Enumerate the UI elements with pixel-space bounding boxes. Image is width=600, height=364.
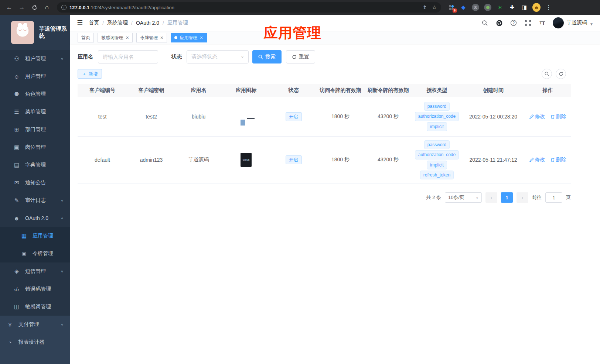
- site-info-icon[interactable]: i: [61, 5, 67, 10]
- breadcrumb-system[interactable]: 系统管理: [107, 20, 128, 26]
- tab-token-manage[interactable]: 令牌管理✕: [136, 33, 167, 42]
- sidebar-item-dict[interactable]: ▤字典管理: [0, 156, 70, 174]
- chevron-down-icon: ∨: [61, 57, 64, 61]
- sidebar-item-sensitive[interactable]: ◫敏感词管理: [0, 298, 70, 316]
- cell-access-validity: 1800 秒: [317, 113, 364, 120]
- hide-search-icon[interactable]: [542, 69, 552, 79]
- sidebar-item-oauth[interactable]: ☻OAuth 2.0∧: [0, 209, 70, 227]
- user-name: 芋道源码: [566, 20, 587, 26]
- edit-link[interactable]: 修改: [529, 113, 545, 120]
- sidebar-item-application[interactable]: ▦应用管理: [0, 227, 70, 245]
- cell-refresh-validity: 43200 秒: [364, 113, 412, 120]
- status-label: 状态: [171, 54, 182, 60]
- role-icon: ⚉: [13, 91, 21, 97]
- breadcrumb: 首页 / 系统管理 / OAuth 2.0 / 应用管理: [89, 20, 188, 26]
- refresh-table-icon[interactable]: [556, 69, 566, 79]
- sidebar-item-token[interactable]: ◉令牌管理: [0, 245, 70, 262]
- font-size-icon[interactable]: TT: [538, 19, 546, 27]
- cell-grant-types: password authorization_code implicit ref…: [412, 140, 462, 180]
- user-icon: ☺: [13, 73, 21, 80]
- errorcode-icon: ‹/›: [13, 286, 21, 292]
- app-name-input[interactable]: [98, 50, 158, 63]
- cell-app-name: 芋道源码: [175, 157, 222, 163]
- browser-toolbar: ← → ⌂ i 127.0.0.1:1024/system/oauth2/oau…: [0, 0, 600, 15]
- cell-client-id: test: [78, 114, 127, 120]
- app-name-label: 应用名: [78, 54, 93, 60]
- breadcrumb-home[interactable]: 首页: [89, 20, 99, 26]
- sidebar-item-label: 字典管理: [25, 162, 46, 168]
- close-icon[interactable]: ✕: [126, 35, 129, 40]
- next-page-button[interactable]: ›: [517, 192, 528, 203]
- total-count: 共 2 条: [426, 194, 441, 201]
- sidebar-item-post[interactable]: ▣岗位管理: [0, 138, 70, 156]
- browser-menu-icon[interactable]: ⋮: [545, 3, 553, 11]
- prev-page-button[interactable]: ‹: [485, 192, 497, 203]
- address-bar[interactable]: i 127.0.0.1:1024/system/oauth2/oauth2/ap…: [57, 2, 441, 13]
- help-icon[interactable]: ?: [509, 19, 518, 27]
- browser-back-icon[interactable]: ←: [4, 2, 15, 13]
- svg-text:?: ?: [512, 21, 515, 25]
- sidebar-item-label: 角色管理: [25, 91, 46, 97]
- sidebar-item-notice[interactable]: ✉通知公告: [0, 174, 70, 192]
- extension-record-icon[interactable]: [484, 3, 492, 11]
- status-select[interactable]: 请选择状态∨: [187, 50, 249, 63]
- extension-puzzle-icon[interactable]: ✚: [508, 3, 516, 11]
- cell-client-id: default: [78, 157, 127, 163]
- tab-home[interactable]: 首页: [78, 33, 94, 42]
- sidebar-item-audit[interactable]: ✎审计日志∨: [0, 192, 70, 209]
- cell-secret: test2: [127, 114, 175, 120]
- status-badge: 开启: [286, 155, 302, 164]
- sidebar-item-role[interactable]: ⚉角色管理: [0, 85, 70, 103]
- tab-application-manage[interactable]: 应用管理✕: [171, 33, 207, 42]
- sidebar-item-dept[interactable]: ⊞部门管理: [0, 121, 70, 138]
- delete-link[interactable]: 删除: [550, 113, 566, 120]
- fullscreen-icon[interactable]: [524, 19, 532, 27]
- applications-table: 客户端编号 客户端密钥 应用名 应用图标 状态 访问令牌的有效期 刷新令牌的有效…: [78, 84, 571, 183]
- app-logo[interactable]: 芋道管理系统: [0, 15, 70, 50]
- extension-tabs-icon[interactable]: 9: [447, 3, 455, 11]
- extension-star-icon[interactable]: ✶: [496, 3, 504, 11]
- split-screen-icon[interactable]: ◨: [520, 3, 528, 11]
- sidebar-item-report[interactable]: ◔报表设计器: [0, 333, 70, 351]
- sidebar-item-tenant[interactable]: ⚇租户管理∨: [0, 50, 70, 68]
- delete-link[interactable]: 删除: [550, 157, 566, 163]
- edit-link[interactable]: 修改: [529, 157, 545, 163]
- cell-secret: admin123: [127, 157, 175, 163]
- sidebar-item-sms[interactable]: ◈短信管理∨: [0, 262, 70, 280]
- page-size-select[interactable]: 10条/页∨: [445, 192, 482, 203]
- tab-sensitive-words[interactable]: 敏感词管理✕: [98, 33, 133, 42]
- extension-command-icon[interactable]: ⌘: [471, 3, 480, 11]
- search-button[interactable]: 搜索: [252, 50, 282, 63]
- sidebar-item-menu[interactable]: ☰菜单管理: [0, 103, 70, 121]
- pagination: 共 2 条 10条/页∨ ‹ 1 › 前往 页: [78, 192, 571, 203]
- user-menu[interactable]: 芋道源码 ▼: [553, 17, 593, 28]
- breadcrumb-oauth[interactable]: OAuth 2.0: [136, 20, 159, 26]
- reset-button[interactable]: 重置: [286, 50, 315, 63]
- logo-rabbit-image: [11, 21, 34, 44]
- add-button[interactable]: ＋ 新增: [78, 69, 102, 79]
- sidebar-item-pay[interactable]: ¥支付管理∨: [0, 316, 70, 333]
- plus-icon: ＋: [82, 71, 86, 77]
- sidebar-item-user[interactable]: ☺用户管理: [0, 68, 70, 85]
- header-search-icon[interactable]: [481, 19, 489, 27]
- main-header: ☰ 首页 / 系统管理 / OAuth 2.0 / 应用管理 ?: [70, 15, 600, 31]
- bookmark-star-icon[interactable]: ☆: [432, 4, 437, 10]
- close-icon[interactable]: ✕: [160, 35, 163, 40]
- browser-forward-icon[interactable]: →: [16, 2, 27, 13]
- github-icon[interactable]: [495, 19, 503, 27]
- goto-page-input[interactable]: [545, 192, 562, 203]
- sidebar-item-label: OAuth 2.0: [25, 215, 48, 221]
- audit-icon: ✎: [13, 197, 21, 204]
- browser-reload-icon[interactable]: [29, 2, 40, 13]
- sidebar-item-label: 租户管理: [25, 55, 46, 62]
- browser-home-icon[interactable]: ⌂: [41, 2, 52, 13]
- close-icon[interactable]: ✕: [200, 35, 203, 40]
- sidebar-item-errorcode[interactable]: ‹/›错误码管理: [0, 280, 70, 298]
- user-avatar: [553, 17, 564, 28]
- share-icon[interactable]: ↥: [423, 4, 427, 10]
- oauth-icon: ☻: [13, 215, 21, 222]
- page-number-1[interactable]: 1: [501, 192, 513, 203]
- collapse-sidebar-icon[interactable]: ☰: [77, 19, 83, 27]
- extension-gem-icon[interactable]: ◆: [459, 3, 467, 11]
- profile-avatar[interactable]: ☻: [532, 3, 541, 11]
